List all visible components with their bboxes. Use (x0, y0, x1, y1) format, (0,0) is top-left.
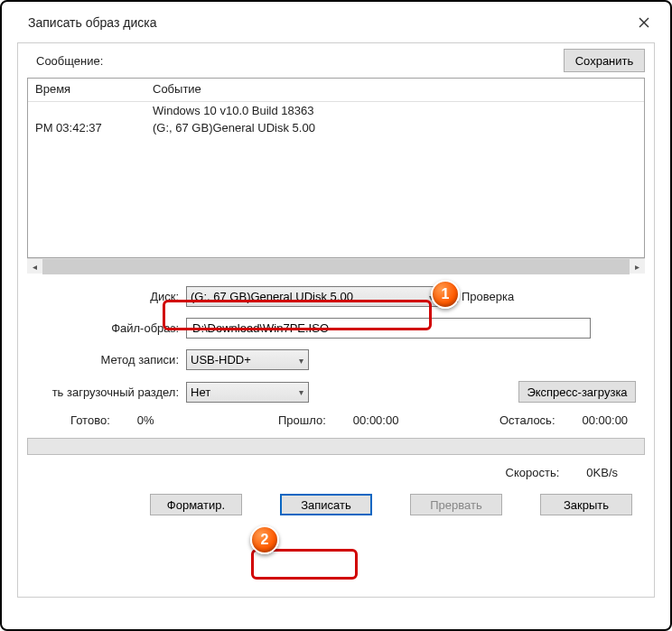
scroll-right-icon[interactable]: ▸ (630, 259, 645, 274)
write-method-label: Метод записи: (27, 353, 186, 367)
scroll-left-icon[interactable]: ◂ (27, 259, 42, 274)
titlebar: Записать образ диска (5, 5, 667, 42)
window-title: Записать образ диска (28, 15, 156, 30)
dialog-content: Сообщение: Сохранить Время Событие Windo… (17, 42, 655, 598)
remain-label: Осталось: (499, 413, 555, 427)
progress-bar (27, 438, 645, 455)
close-icon[interactable] (633, 12, 655, 33)
ready-label: Готово: (70, 413, 110, 427)
file-image-label: Файл-образ: (27, 321, 186, 335)
write-button[interactable]: Записать (280, 494, 372, 515)
boot-partition-label: ть загрузочный раздел: (27, 385, 186, 399)
save-button[interactable]: Сохранить (564, 49, 645, 72)
log-cell-time (28, 102, 145, 120)
close-button[interactable]: Закрыть (540, 494, 632, 515)
message-label: Сообщение: (27, 54, 103, 68)
scroll-track[interactable] (42, 259, 630, 274)
elapsed-value: 00:00:00 (353, 413, 399, 427)
log-col-time[interactable]: Время (28, 79, 145, 102)
express-boot-button[interactable]: Экспресс-загрузка (518, 381, 636, 403)
dialog-window: Записать образ диска Сообщение: Сохранит… (5, 5, 667, 626)
ready-value: 0% (137, 413, 154, 427)
write-method-select[interactable]: USB-HDD+ (186, 349, 309, 370)
speed-label: Скорость: (506, 466, 560, 479)
log-cell-event: (G:, 67 GB)General UDisk 5.00 (145, 119, 644, 136)
abort-button: Прервать (410, 494, 502, 515)
verify-checkbox-label[interactable]: Проверка (446, 290, 514, 303)
log-row[interactable]: PM 03:42:37 (G:, 67 GB)General UDisk 5.0… (28, 119, 644, 136)
log-row[interactable]: Windows 10 v10.0 Build 18363 (28, 102, 644, 120)
format-button[interactable]: Форматир. (150, 494, 242, 515)
log-col-event[interactable]: Событие (145, 79, 644, 102)
log-hscrollbar[interactable]: ◂ ▸ (27, 258, 645, 274)
log-cell-event: Windows 10 v10.0 Build 18363 (145, 102, 644, 120)
speed-value: 0KB/s (586, 466, 618, 479)
log-cell-time: PM 03:42:37 (28, 119, 145, 136)
disk-label: Диск: (27, 290, 186, 303)
log-listview[interactable]: Время Событие Windows 10 v10.0 Build 183… (27, 78, 645, 258)
boot-partition-select[interactable]: Нет (186, 382, 309, 403)
verify-checkbox[interactable] (446, 291, 458, 302)
remain-value: 00:00:00 (583, 413, 629, 427)
elapsed-label: Прошло: (278, 413, 326, 427)
disk-select[interactable]: (G:, 67 GB)General UDisk 5.00 (186, 286, 439, 307)
file-image-input[interactable] (186, 318, 591, 339)
